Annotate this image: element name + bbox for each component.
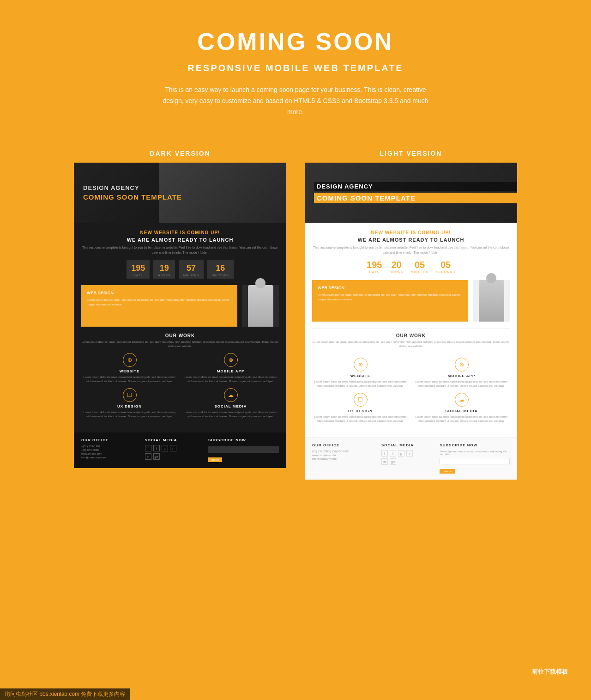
light-person-image — [473, 280, 510, 322]
dark-footer-subscribe: SUBSCRIBE NOW submit — [208, 438, 279, 463]
dark-pinterest-icon[interactable]: p — [162, 445, 168, 451]
light-cards: WEB DESIGN Lorem ipsum dolor sit amet, c… — [312, 280, 510, 322]
light-office-title: OUR OFFICE — [312, 443, 377, 447]
light-facebook-icon[interactable]: f — [381, 450, 388, 457]
light-office-website[interactable]: www.company.com — [312, 454, 377, 457]
dark-countdown: 195 DAYS 19 HOURS 57 MINUTES 16 SECONDS — [81, 260, 279, 279]
dark-person-image — [242, 285, 279, 327]
light-ux-title: UX DESIGN — [312, 409, 409, 413]
dark-ux-icon-circle: ☐ — [123, 388, 137, 402]
dark-social-icons-row2: in gh — [145, 453, 204, 460]
dark-footer: OUR OFFICE +(01) 123-1383 +(0) 983-0938 … — [74, 432, 286, 468]
light-mobile-icon: ⊗ — [459, 361, 464, 368]
dark-service-website: ⊕ WEBSITE Lorem ipsum dolor sit amet, co… — [81, 353, 178, 383]
dark-minutes-value: 57 — [183, 263, 199, 273]
light-service-website: ⊕ WEBSITE Lorem ipsum dolor sit amet, co… — [312, 358, 409, 388]
dark-social-text: Lorem ipsum dolor sit amet, consectetur … — [182, 410, 279, 419]
light-subscribe-input[interactable] — [440, 458, 510, 464]
light-social-text: Lorem ipsum dolor sit amet, consectetur … — [413, 415, 510, 423]
ux-icon: ☐ — [127, 392, 132, 398]
dark-days-label: DAYS — [131, 274, 145, 277]
light-footer-subscribe: SUBSCRIBE NOW Lorem ipsum dolor sit amet… — [440, 443, 510, 474]
light-hero-title: DESIGN AGENCY — [314, 182, 517, 191]
light-countdown-seconds: 05 SECONDS — [436, 260, 455, 274]
dark-linkedin-icon[interactable]: in — [145, 453, 151, 460]
dark-web-design-card: WEB DESIGN Lorem ipsum dolor sit amet, c… — [81, 285, 237, 327]
light-hours-value: 20 — [389, 260, 403, 270]
light-seconds-label: SECONDS — [436, 270, 455, 274]
light-coming-text: This responsive template is brought to y… — [312, 245, 510, 255]
dark-our-work-text: Lorem ipsum dolor sit amet, consectetur … — [81, 340, 279, 348]
light-body: NEW WEBSITE IS COMING UP! WE ARE ALMOST … — [305, 223, 517, 437]
light-hours-label: HOURS — [389, 270, 403, 274]
light-subscribe-title: SUBSCRIBE NOW — [440, 443, 510, 447]
dark-services-grid: ⊕ WEBSITE Lorem ipsum dolor sit amet, co… — [81, 353, 279, 419]
dark-seconds-value: 16 — [212, 263, 229, 273]
light-footer: OUR OFFICE (01) 222-2380 | (00) 000-0760… — [305, 437, 517, 480]
light-twitter-icon[interactable]: t — [390, 450, 396, 457]
dark-coming-title: NEW WEBSITE IS COMING UP! — [81, 230, 279, 235]
light-subscribe-button[interactable]: submit — [440, 469, 455, 474]
light-pinterest-icon[interactable]: p — [398, 450, 404, 457]
dark-service-ux: ☐ UX DESIGN Lorem ipsum dolor sit amet, … — [81, 388, 178, 419]
dark-coming-subtitle: WE ARE ALMOST READY TO LAUNCH — [81, 237, 279, 243]
dark-mobile-text: Lorem ipsum dolor sit amet, consectetur … — [182, 375, 279, 383]
dark-our-work-section: OUR WORK Lorem ipsum dolor sit amet, con… — [81, 333, 279, 348]
light-github-icon[interactable]: gh — [390, 458, 396, 465]
dark-version-label: DARK VERSION — [74, 150, 286, 157]
dark-website-text: Lorem ipsum dolor sit amet, consectetur … — [81, 375, 178, 383]
light-minutes-label: MINUTES — [411, 270, 429, 274]
light-linkedin-icon[interactable]: in — [381, 458, 388, 465]
dark-hero-subtitle: COMING SOON TEMPLATE — [83, 193, 286, 201]
light-card-title: WEB DESIGN — [318, 286, 463, 290]
light-rss-icon[interactable]: r — [406, 450, 413, 457]
light-mobile-icon-circle: ⊗ — [455, 358, 469, 371]
light-coming-subtitle: WE ARE ALMOST READY TO LAUNCH — [312, 237, 510, 243]
light-hero-image: DESIGN AGENCY COMING SOON TEMPLATE — [305, 163, 517, 223]
dark-office-phone2[interactable]: +(0) 983-0938 — [81, 449, 140, 451]
dark-subscribe-input[interactable] — [208, 446, 279, 453]
dark-rss-icon[interactable]: r — [170, 445, 176, 451]
dark-mobile-icon-circle: ⊗ — [224, 353, 238, 367]
dark-office-website[interactable]: www.thesite.com — [81, 452, 140, 455]
light-service-ux: ☐ UX DESIGN Lorem ipsum dolor sit amet, … — [312, 393, 409, 423]
light-web-design-card: WEB DESIGN Lorem ipsum dolor sit amet, c… — [312, 280, 468, 322]
versions-section: DARK VERSION DESIGN AGENCY COMING SOON T… — [0, 136, 591, 503]
dark-twitter-icon[interactable]: t — [153, 445, 160, 451]
light-seconds-value: 05 — [436, 260, 455, 270]
light-mockup: DESIGN AGENCY COMING SOON TEMPLATE NEW W… — [305, 163, 517, 480]
dark-facebook-icon[interactable]: f — [145, 445, 151, 451]
cta-download-button[interactable]: 前往下载模板 — [523, 662, 577, 682]
dark-hero-title: DESIGN AGENCY — [83, 184, 286, 191]
dark-cards: WEB DESIGN Lorem ipsum dolor sit amet, c… — [81, 285, 279, 327]
dark-service-mobile: ⊗ MOBILE APP Lorem ipsum dolor sit amet,… — [182, 353, 279, 383]
light-ux-icon: ☐ — [358, 396, 363, 403]
dark-github-icon[interactable]: gh — [153, 453, 160, 460]
dark-card-title: WEB DESIGN — [87, 291, 232, 295]
light-ux-text: Lorem ipsum dolor sit amet, consectetur … — [312, 415, 409, 423]
light-coming-title: NEW WEBSITE IS COMING UP! — [312, 230, 510, 235]
light-office-email[interactable]: info@company.com — [312, 457, 377, 460]
dark-hours-value: 19 — [158, 263, 170, 273]
light-version-block: LIGHT VERSION DESIGN AGENCY COMING SOON … — [305, 150, 517, 480]
light-ux-icon-circle: ☐ — [354, 393, 368, 407]
dark-subscribe-button[interactable]: submit — [208, 457, 222, 462]
light-our-work-text: Lorem ipsum dolor sit amet, consectetur … — [312, 340, 510, 348]
dark-footer-social: SOCIAL MEDIA f t p r in gh — [145, 438, 204, 463]
dark-website-icon-circle: ⊕ — [123, 353, 137, 367]
cloud-icon: ☁ — [228, 392, 234, 398]
header-section: COMING SOON RESPONSIVE MOBILE WEB TEMPLA… — [0, 0, 591, 136]
light-mobile-title: MOBILE APP — [413, 374, 510, 378]
light-days-value: 195 — [367, 260, 382, 270]
light-website-title: WEBSITE — [312, 374, 409, 378]
dark-office-email[interactable]: info@company.com — [81, 456, 140, 459]
light-hero-subtitle: COMING SOON TEMPLATE — [314, 193, 517, 203]
dark-body: NEW WEBSITE IS COMING UP! WE ARE ALMOST … — [74, 223, 286, 432]
dark-mobile-title: MOBILE APP — [182, 369, 279, 373]
website-icon: ⊕ — [127, 357, 132, 363]
light-our-work-title: OUR WORK — [312, 333, 510, 338]
dark-hero-image: DESIGN AGENCY COMING SOON TEMPLATE — [74, 163, 286, 223]
light-subscribe-desc: Lorem ipsum dolor sit amet, consectetur … — [440, 450, 510, 456]
dark-office-phone1[interactable]: +(01) 123-1383 — [81, 445, 140, 448]
page-title: COMING SOON — [9, 28, 582, 55]
